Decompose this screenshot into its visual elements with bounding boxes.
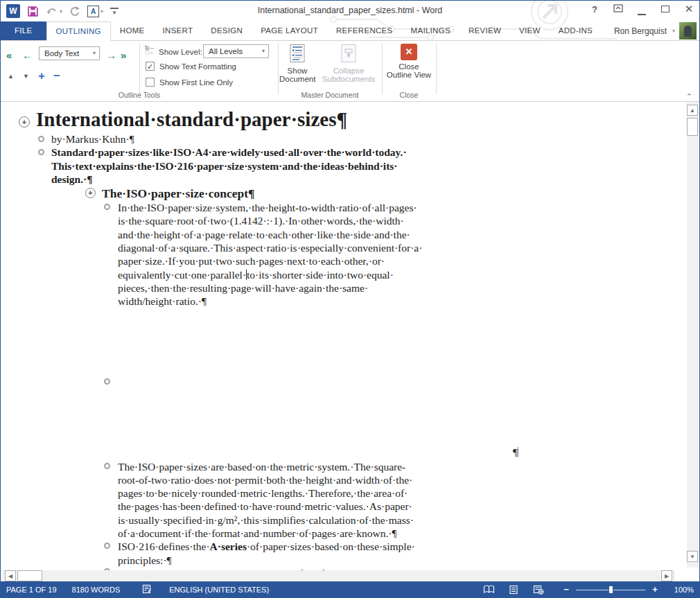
divider bbox=[436, 44, 437, 94]
outline-item-handle-icon[interactable] bbox=[38, 136, 44, 142]
proofing-status-icon[interactable] bbox=[142, 584, 152, 595]
tab-design[interactable]: DESIGN bbox=[202, 21, 252, 40]
document-line[interactable]: is·usually·specified·in·g/m²,·this·simpl… bbox=[118, 513, 688, 527]
document-line[interactable]: pages·to·be·nicely·rounded·metric·length… bbox=[118, 486, 688, 500]
tab-mailings[interactable]: MAILINGS bbox=[402, 21, 460, 40]
zoom-slider-handle[interactable] bbox=[609, 586, 613, 594]
tab-outlining[interactable]: OUTLINING bbox=[46, 21, 111, 41]
page-indicator[interactable]: PAGE 1 OF 19 bbox=[6, 586, 57, 594]
document-line[interactable]: Standard·paper·sizes·like·ISO·A4·are·wid… bbox=[51, 146, 688, 159]
outline-item-handle-icon[interactable] bbox=[104, 378, 110, 385]
web-layout-button[interactable] bbox=[526, 583, 551, 596]
account-name[interactable]: Ron Bergquist bbox=[614, 26, 667, 36]
close-outline-view-button[interactable]: ✕ Close Outline View bbox=[386, 42, 432, 79]
move-up-button[interactable]: ▲ bbox=[8, 73, 14, 80]
document-line[interactable]: the·pages·has·been·defined·to·have·round… bbox=[118, 500, 688, 513]
outline-item[interactable]: The·ISO·paper·size·concept¶ bbox=[1, 186, 688, 201]
language-indicator[interactable]: ENGLISH (UNITED STATES) bbox=[169, 586, 269, 594]
document-line[interactable]: and·the·height·of·a·page·relate·to·each·… bbox=[118, 228, 688, 241]
move-down-button[interactable]: ▼ bbox=[23, 73, 29, 80]
tab-page-layout[interactable]: PAGE LAYOUT bbox=[252, 21, 327, 40]
ribbon-outlining: « ← Body Text ▾ → » ▲ ▼ + − Show Level: … bbox=[1, 41, 699, 102]
outline-item[interactable]: ISO·216·defines·the·A·series·of·paper·si… bbox=[1, 540, 688, 567]
outline-item-handle-icon[interactable] bbox=[38, 149, 44, 155]
zoom-out-button[interactable]: − bbox=[562, 584, 570, 595]
outline-item-handle-icon[interactable] bbox=[104, 543, 110, 549]
vertical-scrollbar[interactable]: ▲ ▼ bbox=[687, 102, 699, 568]
zoom-percentage[interactable]: 100% bbox=[666, 586, 694, 594]
document-line[interactable]: This·text·explains·the·ISO·216·paper·siz… bbox=[51, 159, 688, 173]
ribbon-display-options-button[interactable] bbox=[612, 4, 624, 15]
promote-button[interactable]: ← bbox=[22, 48, 33, 63]
horizontal-scrollbar[interactable]: ◀ ▶ bbox=[1, 570, 675, 582]
document-line[interactable]: ISO·216·defines·the·A·series·of·paper·si… bbox=[118, 540, 688, 553]
account-avatar[interactable] bbox=[679, 22, 697, 39]
vertical-scroll-thumb[interactable] bbox=[687, 118, 698, 136]
expand-button[interactable]: + bbox=[38, 69, 45, 83]
document-line[interactable]: of·a·document·if·the·format·and·number·o… bbox=[118, 527, 688, 540]
print-layout-button[interactable] bbox=[501, 583, 526, 596]
document-line[interactable]: by·Markus·Kuhn·¶ bbox=[51, 132, 688, 146]
show-level-label: Show Level: bbox=[159, 48, 202, 56]
account-dropdown-icon[interactable]: ▾ bbox=[672, 28, 675, 34]
outline-item[interactable]: International·standard·paper·sizes¶ bbox=[1, 106, 688, 132]
account-area[interactable]: Ron Bergquist ▾ bbox=[614, 21, 699, 40]
scroll-right-icon[interactable]: ▶ bbox=[661, 570, 672, 581]
minimize-button[interactable] bbox=[636, 4, 648, 15]
demote-button[interactable]: → bbox=[106, 48, 116, 63]
document-line[interactable]: equivalently·cut·one·parallel·to·its·sho… bbox=[118, 268, 688, 281]
outline-item-handle-icon[interactable] bbox=[104, 463, 110, 469]
tab-home[interactable]: HOME bbox=[111, 21, 154, 40]
outline-expand-handle-icon[interactable] bbox=[85, 188, 96, 198]
show-document-button[interactable]: Show Document bbox=[279, 42, 315, 83]
document-line[interactable]: The·ISO·paper·sizes·are·based·on·the·met… bbox=[118, 460, 688, 473]
outline-document[interactable]: International·standard·paper·sizes¶by·Ma… bbox=[1, 102, 688, 570]
outline-expand-handle-icon[interactable] bbox=[19, 116, 30, 127]
tab-add-ins[interactable]: ADD-INS bbox=[550, 21, 602, 40]
window-controls: ? ✕ bbox=[588, 3, 695, 15]
show-text-formatting-checkbox[interactable]: ✓ Show Text Formatting bbox=[146, 62, 236, 71]
outline-item[interactable]: Standard·paper·sizes·like·ISO·A4·are·wid… bbox=[1, 146, 688, 186]
read-mode-button[interactable] bbox=[476, 583, 501, 595]
tab-insert[interactable]: INSERT bbox=[154, 21, 202, 40]
document-line[interactable]: root-of-two·ratio·does·not·permit·both·t… bbox=[118, 473, 688, 486]
outline-level-dropdown[interactable]: Body Text ▾ bbox=[39, 46, 100, 60]
tab-review[interactable]: REVIEW bbox=[460, 21, 510, 40]
document-line[interactable]: International·standard·paper·sizes¶ bbox=[36, 106, 688, 132]
outline-item[interactable]: The·ISO·paper·sizes·are·based·on·the·met… bbox=[1, 460, 688, 540]
document-line[interactable]: pieces,·then·the·resulting·page·will·hav… bbox=[118, 281, 688, 294]
show-first-line-only-checkbox[interactable]: Show First Line Only bbox=[146, 78, 233, 87]
tab-view[interactable]: VIEW bbox=[510, 21, 550, 40]
document-line[interactable]: The·ISO·paper·size·concept¶ bbox=[102, 186, 688, 201]
zoom-slider-track[interactable] bbox=[576, 586, 645, 594]
scroll-down-icon[interactable]: ▼ bbox=[687, 551, 698, 562]
document-line[interactable]: diagonal·of·a·square.·This·aspect·ratio·… bbox=[118, 241, 688, 254]
document-line[interactable]: paper·size.·If·you·put·two·such·pages·ne… bbox=[118, 254, 688, 267]
horizontal-scroll-thumb[interactable] bbox=[17, 570, 42, 581]
word-count[interactable]: 8180 WORDS bbox=[72, 586, 121, 594]
collapse-button[interactable]: − bbox=[53, 69, 60, 83]
outline-item[interactable]: In·the·ISO·paper·size·system,·the·height… bbox=[1, 201, 688, 308]
outline-item-handle-icon[interactable] bbox=[104, 204, 110, 210]
document-line[interactable]: design.·¶ bbox=[51, 173, 688, 186]
show-level-dropdown[interactable]: All Levels ▾ bbox=[203, 44, 269, 58]
document-canvas[interactable]: International·standard·paper·sizes¶by·Ma… bbox=[1, 102, 700, 570]
promote-to-heading1-button[interactable]: « bbox=[6, 48, 12, 63]
tab-file[interactable]: FILE bbox=[1, 21, 46, 40]
demote-to-body-button[interactable]: » bbox=[121, 48, 126, 63]
outline-item[interactable]: by·Markus·Kuhn·¶ bbox=[1, 132, 688, 146]
document-line[interactable]: is·the·square·root·of·two·(1.4142·:·1).·… bbox=[118, 214, 688, 227]
outline-item[interactable]: ¶ bbox=[1, 308, 688, 460]
tab-references[interactable]: REFERENCES bbox=[327, 21, 402, 40]
help-button[interactable]: ? bbox=[588, 4, 601, 15]
collapse-ribbon-button[interactable]: ⌃ bbox=[686, 92, 692, 101]
document-line[interactable]: width/height·ratio.·¶ bbox=[118, 294, 688, 308]
zoom-in-button[interactable]: + bbox=[651, 584, 659, 595]
scroll-up-icon[interactable]: ▲ bbox=[687, 105, 698, 116]
document-line[interactable]: In·the·ISO·paper·size·system,·the·height… bbox=[118, 201, 688, 214]
document-line[interactable]: principles:·¶ bbox=[118, 554, 688, 567]
checkbox-checked-icon: ✓ bbox=[146, 62, 155, 71]
close-window-button[interactable]: ✕ bbox=[683, 3, 695, 15]
maximize-button[interactable] bbox=[659, 4, 672, 15]
scroll-left-icon[interactable]: ◀ bbox=[5, 570, 16, 581]
